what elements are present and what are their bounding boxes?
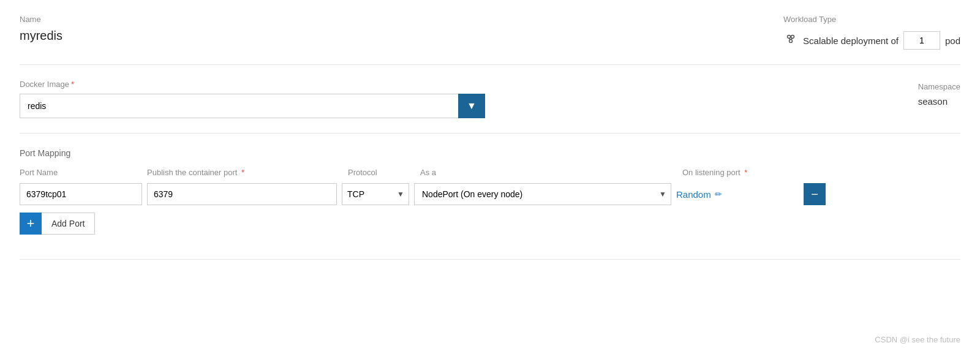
name-value: myredis bbox=[20, 29, 62, 43]
header-port-name: Port Name bbox=[20, 168, 142, 177]
minus-icon: − bbox=[811, 188, 818, 200]
protocol-select-wrap: TCP UDP ▼ bbox=[342, 183, 409, 205]
publish-port-input[interactable] bbox=[147, 183, 337, 205]
header-as-a: As a bbox=[420, 168, 677, 177]
name-field-group: Name myredis bbox=[20, 15, 62, 43]
svg-line-3 bbox=[789, 38, 791, 39]
footer-note: CSDN @i see the future bbox=[875, 335, 960, 344]
port-name-input[interactable] bbox=[20, 183, 142, 205]
bottom-divider bbox=[20, 259, 960, 260]
page-container: Name myredis Workload Type Scalable depl… bbox=[0, 0, 980, 354]
port-headers: Port Name Publish the container port * P… bbox=[20, 168, 960, 177]
add-port-button[interactable]: + Add Port bbox=[20, 213, 95, 235]
workload-section: Workload Type Scalable deployment of pod bbox=[783, 15, 960, 50]
docker-dropdown-button[interactable]: ▼ bbox=[458, 94, 485, 118]
namespace-value: season bbox=[918, 96, 960, 107]
as-a-select[interactable]: NodePort (On every node) ClusterIP LoadB… bbox=[414, 183, 671, 205]
plus-icon: + bbox=[20, 213, 42, 235]
table-row: TCP UDP ▼ NodePort (On every node) Clust… bbox=[20, 183, 960, 205]
docker-image-input[interactable] bbox=[20, 94, 458, 118]
svg-point-2 bbox=[790, 39, 793, 42]
port-mapping-section: Port Mapping Port Name Publish the conta… bbox=[20, 134, 960, 249]
edit-listening-icon[interactable]: ✏ bbox=[715, 189, 722, 199]
docker-input-row: ▼ bbox=[20, 94, 485, 118]
listening-required-star: * bbox=[744, 168, 747, 177]
as-a-select-wrap: NodePort (On every node) ClusterIP LoadB… bbox=[414, 183, 671, 205]
chevron-down-icon: ▼ bbox=[467, 100, 477, 111]
name-label: Name bbox=[20, 15, 62, 24]
namespace-section: Namespace season bbox=[918, 82, 960, 107]
docker-required-star: * bbox=[71, 80, 74, 89]
random-label: Random bbox=[676, 189, 711, 200]
header-publish-port: Publish the container port * bbox=[147, 168, 343, 177]
port-mapping-title: Port Mapping bbox=[20, 148, 960, 158]
header-protocol: Protocol bbox=[348, 168, 415, 177]
docker-label: Docker Image* bbox=[20, 80, 485, 89]
pod-count-input[interactable] bbox=[903, 31, 940, 50]
top-section: Name myredis Workload Type Scalable depl… bbox=[20, 15, 960, 65]
docker-left: Docker Image* ▼ bbox=[20, 80, 485, 118]
workload-suffix: pod bbox=[945, 36, 960, 46]
svg-point-0 bbox=[788, 35, 791, 38]
remove-port-button[interactable]: − bbox=[804, 183, 826, 205]
publish-required-star: * bbox=[241, 168, 244, 177]
header-listening-port: On listening port * bbox=[682, 168, 817, 177]
workload-icon bbox=[783, 32, 798, 49]
namespace-label: Namespace bbox=[918, 82, 960, 91]
docker-section: Docker Image* ▼ Namespace season bbox=[20, 65, 960, 134]
workload-row: Scalable deployment of pod bbox=[783, 31, 960, 50]
listening-port-display: Random ✏ bbox=[676, 189, 799, 200]
svg-line-4 bbox=[791, 38, 793, 39]
protocol-select[interactable]: TCP UDP bbox=[342, 183, 409, 205]
svg-point-1 bbox=[791, 35, 794, 38]
workload-label: Workload Type bbox=[783, 15, 836, 24]
add-port-label: Add Port bbox=[42, 213, 95, 235]
workload-prefix: Scalable deployment of bbox=[803, 36, 899, 46]
